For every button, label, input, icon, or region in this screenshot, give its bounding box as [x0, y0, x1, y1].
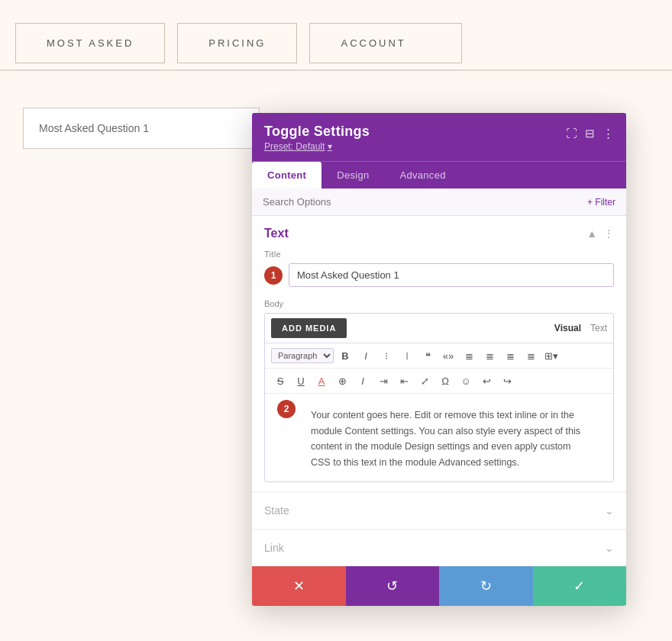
- fullscreen-icon[interactable]: ⛶: [566, 127, 577, 140]
- table-button[interactable]: ⊞▾: [542, 346, 561, 365]
- strikethrough-button[interactable]: S: [271, 372, 289, 390]
- search-input[interactable]: [263, 196, 587, 208]
- filter-button[interactable]: + Filter: [587, 197, 615, 208]
- undo-button[interactable]: ↺: [346, 566, 440, 606]
- paragraph-select[interactable]: Paragraph: [271, 348, 334, 363]
- title-label: Title: [264, 250, 614, 259]
- emoji-button[interactable]: ☺: [457, 372, 475, 390]
- nav-tabs: MOST ASKED PRICING ACCOUNT: [0, 0, 672, 63]
- indent-button[interactable]: ⇥: [374, 372, 393, 390]
- modal-header-icons: ⛶ ⊟ ⋮: [566, 127, 614, 140]
- ordered-list-button[interactable]: ⁞: [398, 346, 416, 365]
- outdent-button[interactable]: ⇤: [395, 372, 413, 390]
- underline-button[interactable]: U: [292, 372, 310, 390]
- accordion-item-label: Most Asked Question 1: [39, 122, 149, 134]
- italic-button[interactable]: I: [357, 346, 375, 365]
- title-badge: 1: [264, 266, 283, 285]
- badge-2-wrapper: 2 Your content goes here. Edit or remove…: [265, 394, 613, 482]
- state-chevron-icon: ⌄: [605, 504, 614, 517]
- accordion-item[interactable]: Most Asked Question 1: [23, 108, 260, 149]
- italic2-button[interactable]: I: [354, 372, 372, 390]
- modal-footer: ✕ ↺ ↻ ✓: [252, 566, 626, 606]
- add-media-button[interactable]: ADD MEDIA: [271, 318, 347, 338]
- special-chars-button[interactable]: Ω: [436, 372, 454, 390]
- text-tab[interactable]: Text: [590, 323, 607, 333]
- tab-pricing[interactable]: PRICING: [177, 23, 297, 63]
- state-collapsible[interactable]: State ⌄: [252, 491, 626, 529]
- tab-design[interactable]: Design: [321, 162, 384, 188]
- editor-top-bar: ADD MEDIA Visual Text: [265, 314, 613, 343]
- redo-button[interactable]: ↻: [439, 566, 533, 606]
- more-options-icon[interactable]: ⋮: [603, 127, 614, 140]
- section-title: Text: [264, 227, 289, 240]
- section-header: Text ▲ ⋮: [252, 216, 626, 246]
- fullscreen-editor-button[interactable]: ⤢: [415, 372, 434, 390]
- title-input-wrapper: 1: [264, 263, 614, 287]
- search-bar: + Filter: [252, 188, 626, 216]
- code-button[interactable]: «»: [439, 346, 457, 365]
- body-label: Body: [264, 299, 614, 308]
- visual-tab[interactable]: Visual: [554, 323, 581, 333]
- columns-icon[interactable]: ⊟: [585, 127, 595, 140]
- confirm-button[interactable]: ✓: [533, 566, 627, 606]
- toggle-settings-modal: Toggle Settings Preset: Default ▾ ⛶ ⊟ ⋮ …: [252, 113, 626, 606]
- blockquote-button[interactable]: ❝: [418, 346, 437, 365]
- modal-title-group: Toggle Settings Preset: Default ▾: [264, 124, 370, 152]
- modal-preset: Preset: Default ▾: [264, 141, 370, 152]
- editor-view-tabs: Visual Text: [554, 323, 607, 333]
- undo-editor-button[interactable]: ↩: [477, 372, 496, 390]
- title-input[interactable]: [289, 263, 614, 287]
- state-label: State: [264, 504, 289, 517]
- section-icons: ▲ ⋮: [586, 227, 614, 240]
- redo-editor-button[interactable]: ↪: [498, 372, 516, 390]
- body-badge: 2: [277, 400, 296, 418]
- align-right-button[interactable]: ≣: [501, 346, 519, 365]
- modal-scroll-area: + Filter Text ▲ ⋮ Title 1 Body ADD MED: [252, 188, 626, 566]
- modal-title: Toggle Settings: [264, 124, 370, 140]
- tab-account[interactable]: ACCOUNT: [309, 23, 462, 63]
- editor-content[interactable]: Your content goes here. Edit or remove t…: [302, 400, 601, 478]
- paste-from-word-button[interactable]: ⊕: [333, 372, 351, 390]
- align-justify-button[interactable]: ≣: [522, 346, 540, 365]
- tab-advanced[interactable]: Advanced: [384, 162, 460, 188]
- editor-container: ADD MEDIA Visual Text Paragraph B I ⁝ ⁞ …: [264, 313, 614, 482]
- link-chevron-icon: ⌄: [605, 542, 614, 554]
- collapse-icon[interactable]: ▲: [586, 227, 597, 240]
- cancel-button[interactable]: ✕: [252, 566, 346, 606]
- color-button[interactable]: A: [312, 372, 331, 390]
- tab-most-asked[interactable]: MOST ASKED: [15, 23, 165, 63]
- title-field-group: Title 1: [252, 246, 626, 296]
- body-field-group: Body ADD MEDIA Visual Text Paragraph B: [252, 296, 626, 491]
- link-collapsible[interactable]: Link ⌄: [252, 529, 626, 566]
- align-left-button[interactable]: ≣: [460, 346, 478, 365]
- toolbar-row-1: Paragraph B I ⁝ ⁞ ❝ «» ≣ ≣ ≣ ≣ ⊞▾: [265, 343, 613, 369]
- bold-button[interactable]: B: [336, 346, 354, 365]
- unordered-list-button[interactable]: ⁝: [377, 346, 396, 365]
- align-center-button[interactable]: ≣: [480, 346, 499, 365]
- section-menu-icon[interactable]: ⋮: [603, 227, 614, 240]
- toolbar-row-2: S U A ⊕ I ⇥ ⇤ ⤢ Ω ☺ ↩ ↪: [265, 369, 613, 394]
- link-label: Link: [264, 542, 284, 554]
- modal-header: Toggle Settings Preset: Default ▾ ⛶ ⊟ ⋮: [252, 113, 626, 161]
- modal-tabs: Content Design Advanced: [252, 161, 626, 188]
- tab-content[interactable]: Content: [252, 162, 321, 188]
